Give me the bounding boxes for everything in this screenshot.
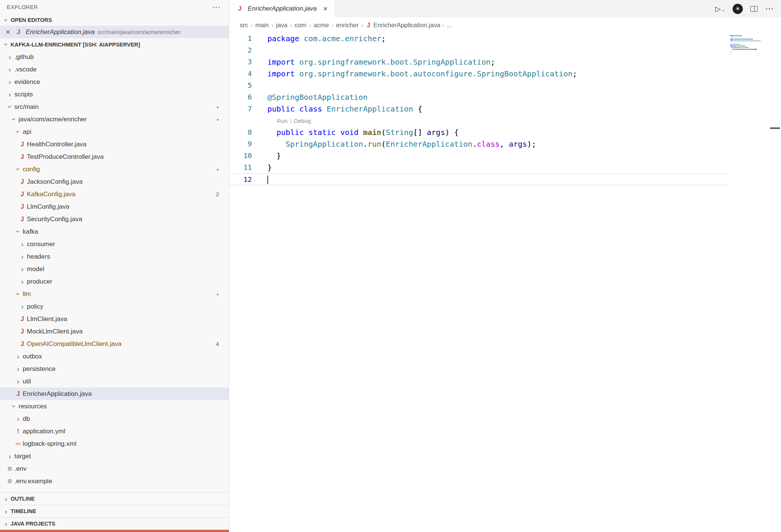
chevron-down-icon[interactable]: › [11,115,18,124]
tree-item-java-com-acme-enricher[interactable]: ›java/com/acme/enricher● [0,113,229,126]
tree-item-env[interactable]: ⚙.env [0,462,229,475]
tree-item-api[interactable]: ›api [0,126,229,138]
chevron-down-icon[interactable]: › [3,40,10,49]
chevron-down-icon[interactable]: › [15,290,22,299]
tree-item-vscode[interactable]: ›.vscode [0,63,229,76]
split-editor-button[interactable] [750,6,758,12]
chevron-down-icon[interactable]: › [6,102,14,112]
chevron-right-icon[interactable]: › [2,508,11,515]
chevron-right-icon[interactable]: › [14,415,23,422]
code-line-10[interactable]: 10 } [229,150,729,162]
chevron-right-icon[interactable]: › [14,353,23,360]
chevron-right-icon[interactable]: › [18,278,27,285]
tree-item-mockllmclient-java[interactable]: JMockLlmClient.java [0,325,229,338]
tree-item-jacksonconfig-java[interactable]: JJacksonConfig.java [0,175,229,188]
breadcrumb-item-java[interactable]: java [275,22,288,29]
minimap[interactable] [730,35,761,56]
chevron-right-icon[interactable]: › [5,53,14,60]
tree-item-db[interactable]: ›db [0,413,229,425]
breadcrumb-item-src[interactable]: src [239,22,249,29]
tree-item-kafkaconfig-java[interactable]: JKafkaConfig.java2 [0,188,229,200]
section-header-outline[interactable]: ›OUTLINE [0,492,229,505]
tree-item-github[interactable]: ›.github [0,51,229,63]
code-line-6[interactable]: 6@SpringBootApplication [229,92,729,103]
open-editor-item[interactable]: ✕ J EnricherApplication.java src/main/ja… [0,26,229,38]
tree-item-testproducecontroller-java[interactable]: JTestProduceController.java [0,150,229,163]
tree-item-consumer[interactable]: ›consumer [0,238,229,250]
code-line-9[interactable]: 9 SpringApplication.run(EnricherApplicat… [229,138,729,150]
tree-item-producer[interactable]: ›producer [0,275,229,288]
tree-item-outbox[interactable]: ›outbox [0,350,229,363]
code-line-4[interactable]: 4import org.springframework.boot.autocon… [229,68,729,80]
tree-item-llmclient-java[interactable]: JLlmClient.java [0,313,229,325]
workspace-section-header[interactable]: › KAFKA-LLM-ENRICHMENT [SSH: AIAPPSERVER… [0,38,229,51]
breadcrumb-item-main[interactable]: main [255,22,270,29]
tab-enricherapplication[interactable]: J EnricherApplication.java ✕ [229,0,335,17]
tree-item-resources[interactable]: ›resources [0,400,229,413]
tree-item-util[interactable]: ›util [0,375,229,388]
code-line-1[interactable]: 1package com.acme.enricher; [229,33,729,45]
chevron-right-icon[interactable]: › [5,78,14,85]
codelens-run-link[interactable]: Run [277,118,287,124]
chevron-right-icon[interactable]: › [14,378,23,385]
code-line-3[interactable]: 3import org.springframework.boot.SpringA… [229,56,729,68]
chevron-right-icon[interactable]: › [2,495,11,503]
chevron-right-icon[interactable]: › [2,520,11,527]
chevron-down-icon[interactable]: › [15,227,22,236]
breadcrumb-item-acme[interactable]: acme [313,22,329,29]
chevron-right-icon[interactable]: › [18,240,27,248]
chevron-down-icon[interactable]: › [15,127,22,136]
run-button[interactable]: ▷⌄ [715,5,725,13]
tree-item-config[interactable]: ›config● [0,163,229,175]
section-header-timeline[interactable]: ›TIMELINE [0,505,229,517]
chevron-right-icon[interactable]: › [5,91,14,98]
tree-item-src-main[interactable]: ›src/main● [0,101,229,113]
tree-item-enricherapplication-java[interactable]: JEnricherApplication.java [0,388,229,400]
chevron-right-icon[interactable]: › [14,365,23,372]
chevron-down-icon[interactable]: ⌄ [722,8,725,12]
tree-item-target[interactable]: ›target [0,450,229,462]
tree-item-logback-spring-xml[interactable]: <>logback-spring.xml [0,437,229,450]
breadcrumb-item-enricher[interactable]: enricher [335,22,360,29]
chevron-right-icon[interactable]: › [18,265,27,273]
chevron-right-icon[interactable]: › [5,66,14,73]
tree-item-healthcontroller-java[interactable]: JHealthController.java [0,138,229,150]
breadcrumb-item-file[interactable]: JEnricherApplication.java [365,22,440,29]
tab-close-icon[interactable]: ✕ [321,5,329,13]
tree-item-llm[interactable]: ›llm● [0,288,229,300]
close-icon[interactable]: ✕ [5,29,11,36]
chevron-right-icon[interactable]: › [5,453,14,460]
tree-item-headers[interactable]: ›headers [0,250,229,263]
more-actions-icon[interactable]: ⋯ [765,4,773,14]
code-line-11[interactable]: 11} [229,162,729,174]
tree-item-llmconfig-java[interactable]: JLlmConfig.java [0,200,229,213]
breadcrumb-item-symbol[interactable]: ... [446,22,453,29]
tree-item-application-yml[interactable]: !application.yml [0,425,229,437]
code-line-2[interactable]: 2 [229,45,729,56]
chatgpt-icon[interactable]: ✳ [733,4,743,14]
chevron-right-icon[interactable]: › [18,253,27,260]
tree-item-env-example[interactable]: ⚙.env.example [0,475,229,487]
tree-item-evidence[interactable]: ›evidence [0,76,229,88]
explorer-more-actions-icon[interactable]: ⋯ [212,3,220,11]
chevron-down-icon[interactable]: › [3,16,10,25]
tree-item-openaicompatiblellmclient-java[interactable]: JOpenAICompatibleLlmClient.java4 [0,338,229,350]
chevron-down-icon[interactable]: › [15,165,22,174]
tree-item-scripts[interactable]: ›scripts [0,88,229,101]
breadcrumb-item-com[interactable]: com [294,22,307,29]
tree-item-kafka[interactable]: ›kafka [0,225,229,238]
chevron-right-icon[interactable]: › [18,303,27,310]
tree-item-persistence[interactable]: ›persistence [0,363,229,375]
tree-item-model[interactable]: ›model [0,263,229,275]
section-header-java-projects[interactable]: ›JAVA PROJECTS [0,517,229,530]
tree-item-policy[interactable]: ›policy [0,300,229,313]
codelens-debug-link[interactable]: Debug [293,118,311,124]
chevron-down-icon[interactable]: › [11,402,18,411]
code-editor[interactable]: 1package com.acme.enricher;23import org.… [229,33,781,532]
code-line-12[interactable]: 12 [229,174,729,185]
open-editors-section-header[interactable]: › OPEN EDITORS [0,14,229,26]
tree-item-securityconfig-java[interactable]: JSecurityConfig.java [0,213,229,225]
code-line-8[interactable]: 8 public static void main(String[] args)… [229,127,729,138]
code-line-7[interactable]: 7public class EnricherApplication { [229,103,729,115]
code-line-5[interactable]: 5 [229,80,729,92]
